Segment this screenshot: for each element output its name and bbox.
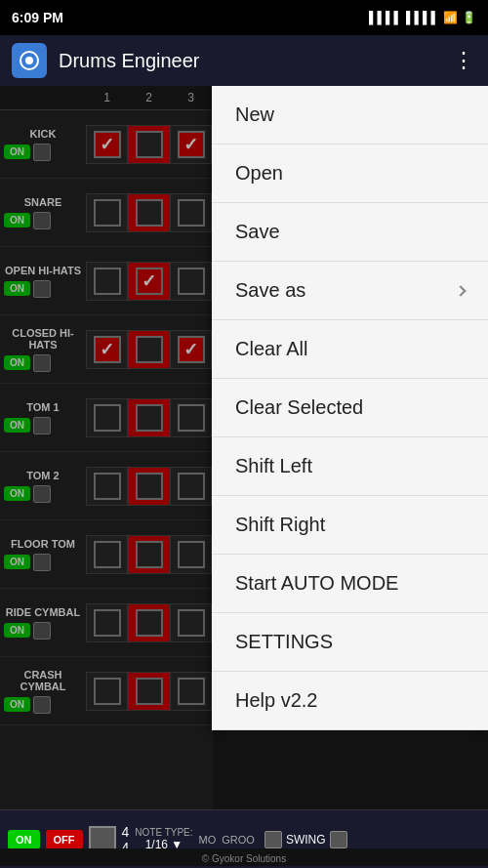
app-icon	[12, 43, 47, 78]
menu-item-settings-label: SETTINGS	[235, 631, 333, 653]
menu-item-clear-all[interactable]: Clear All	[212, 320, 488, 379]
menu-item-clear-all-label: Clear All	[235, 338, 307, 360]
mode-section: MO	[199, 834, 217, 846]
note-type-label: NOTE TYPE:	[135, 827, 192, 838]
swing-section: SWING	[264, 831, 347, 848]
menu-item-help-label: Help v2.2	[235, 689, 318, 712]
menu-item-shift-right-label: Shift Right	[235, 514, 325, 536]
signal-icon: ▌▌▌▌	[369, 11, 402, 24]
menu-item-start-auto-mode[interactable]: Start AUTO MODE	[212, 555, 488, 613]
bottom-on-button[interactable]: ON	[8, 830, 40, 849]
copyright-text: © Gyokor Solutions	[202, 853, 286, 864]
menu-overlay[interactable]: New Open Save Save as Clear All Clear Se…	[0, 86, 488, 809]
menu-item-shift-left[interactable]: Shift Left	[212, 437, 488, 496]
time-sig-numerator: 4	[122, 824, 130, 840]
menu-item-clear-selected-label: Clear Selected	[235, 396, 363, 419]
swing-value-checkbox[interactable]	[330, 831, 347, 848]
menu-item-settings[interactable]: SETTINGS	[212, 613, 488, 672]
bottom-off-button[interactable]: OFF	[46, 830, 83, 849]
menu-item-open[interactable]: Open	[212, 145, 488, 203]
footer: © Gyokor Solutions	[0, 848, 488, 866]
menu-item-save-as[interactable]: Save as	[212, 262, 488, 320]
main-content: 1 2 3 KICK ON ✓	[0, 86, 488, 809]
menu-item-save-label: Save	[235, 221, 280, 243]
status-icons: ▌▌▌▌ ▌▌▌▌ 📶 🔋	[369, 11, 476, 24]
menu-item-save[interactable]: Save	[212, 203, 488, 262]
app-title: Drums Engineer	[59, 50, 441, 72]
overflow-menu-button[interactable]: ⋮	[453, 48, 476, 73]
menu-item-shift-left-label: Shift Left	[235, 455, 312, 477]
groove-section: GROO	[222, 834, 255, 846]
app-bar: Drums Engineer ⋮	[0, 35, 488, 86]
signal-icon-2: ▌▌▌▌	[406, 11, 439, 24]
battery-icon: 🔋	[462, 11, 476, 24]
svg-point-1	[25, 57, 33, 64]
swing-checkbox[interactable]	[264, 831, 282, 848]
menu-item-shift-right[interactable]: Shift Right	[212, 496, 488, 555]
menu-item-start-auto-mode-label: Start AUTO MODE	[235, 572, 398, 595]
swing-label: SWING	[286, 833, 326, 847]
status-bar: 6:09 PM ▌▌▌▌ ▌▌▌▌ 📶 🔋	[0, 0, 488, 35]
menu-item-help[interactable]: Help v2.2	[212, 672, 488, 730]
menu-item-open-label: Open	[235, 162, 283, 185]
save-as-arrow-icon	[455, 285, 466, 296]
menu-item-save-as-label: Save as	[235, 279, 305, 302]
menu-item-clear-selected[interactable]: Clear Selected	[212, 379, 488, 437]
status-time: 6:09 PM	[12, 10, 63, 25]
wifi-icon: 📶	[443, 11, 458, 24]
menu-item-new[interactable]: New	[212, 86, 488, 145]
dropdown-menu: New Open Save Save as Clear All Clear Se…	[212, 86, 488, 730]
menu-item-new-label: New	[235, 103, 274, 126]
